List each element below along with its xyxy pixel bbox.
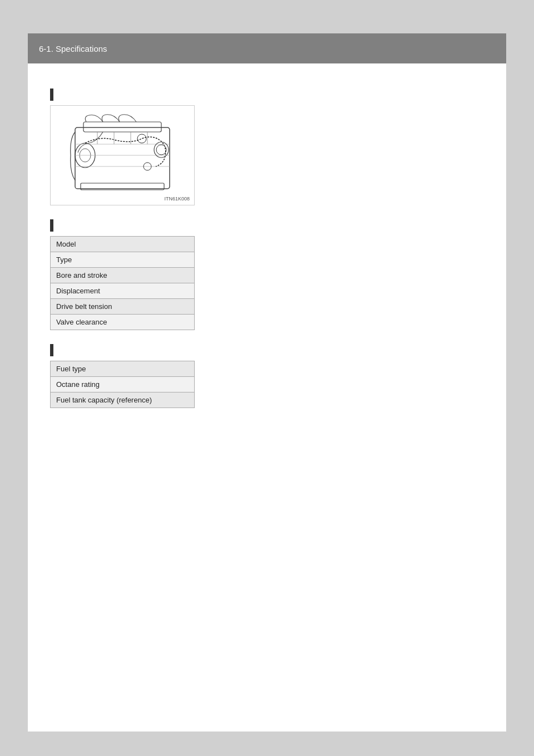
header-title: 6-1. Specifications xyxy=(39,44,107,53)
content-area: ITN61K008 ModelTypeBore and strokeDispla… xyxy=(28,63,506,732)
fuel-spec-row: Octane rating xyxy=(51,377,195,392)
fuel-spec-label: Fuel type xyxy=(51,361,195,377)
engine-spec-label: Bore and stroke xyxy=(51,268,195,283)
engine-spec-row: Bore and stroke xyxy=(51,268,195,283)
fuel-spec-row: Fuel tank capacity (reference) xyxy=(51,392,195,408)
engine-spec-label: Valve clearance xyxy=(51,315,195,330)
engine-image-section: ITN61K008 xyxy=(50,89,484,205)
svg-point-8 xyxy=(137,134,146,143)
engine-image-box: ITN61K008 xyxy=(50,105,195,205)
engine-specs-table: ModelTypeBore and strokeDisplacementDriv… xyxy=(50,236,195,330)
engine-spec-row: Displacement xyxy=(51,283,195,299)
fuel-specs-table: Fuel typeOctane ratingFuel tank capacity… xyxy=(50,361,195,408)
engine-spec-row: Drive belt tension xyxy=(51,299,195,315)
svg-point-9 xyxy=(156,145,166,155)
fuel-specs-heading xyxy=(50,344,484,356)
engine-spec-row: Type xyxy=(51,252,195,268)
page-container: 6-1. Specifications xyxy=(0,33,534,756)
engine-image-heading xyxy=(50,89,484,101)
engine-spec-row: Valve clearance xyxy=(51,315,195,330)
engine-diagram xyxy=(58,111,186,200)
fuel-specs-bar-icon xyxy=(50,344,53,356)
engine-spec-label: Displacement xyxy=(51,283,195,299)
engine-spec-row: Model xyxy=(51,237,195,252)
engine-image-caption: ITN61K008 xyxy=(164,196,190,202)
svg-rect-0 xyxy=(75,127,170,189)
engine-specs-heading xyxy=(50,219,484,232)
fuel-spec-label: Fuel tank capacity (reference) xyxy=(51,392,195,408)
header-bar: 6-1. Specifications xyxy=(28,33,506,63)
engine-spec-label: Model xyxy=(51,237,195,252)
section-bar-icon xyxy=(50,89,53,101)
fuel-spec-label: Octane rating xyxy=(51,377,195,392)
svg-rect-1 xyxy=(83,122,161,132)
engine-specs-bar-icon xyxy=(50,219,53,232)
fuel-spec-row: Fuel type xyxy=(51,361,195,377)
engine-spec-label: Type xyxy=(51,252,195,268)
engine-spec-label: Drive belt tension xyxy=(51,299,195,315)
